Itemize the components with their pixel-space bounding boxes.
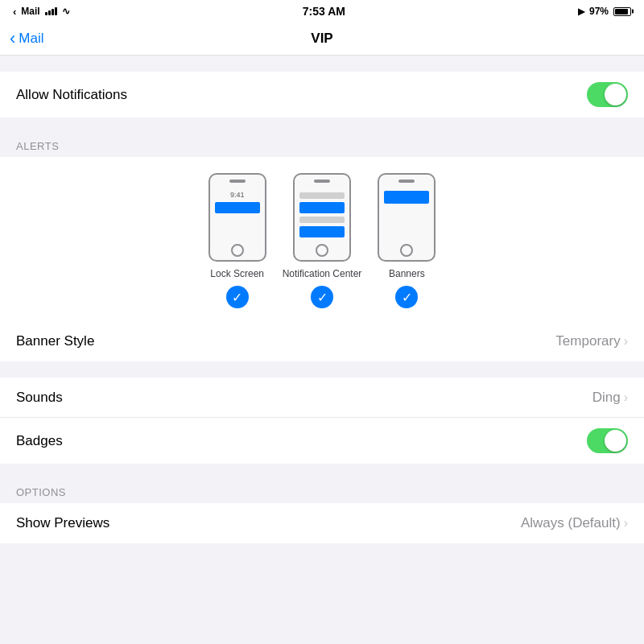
badges-row: Badges <box>0 418 644 464</box>
status-time: 7:53 AM <box>303 5 345 18</box>
wifi-icon: ∿ <box>62 6 70 17</box>
spacer-top <box>0 56 644 72</box>
carrier-label: Mail <box>21 6 39 17</box>
banner-style-row[interactable]: Banner Style Temporary › <box>0 321 644 361</box>
notification-center-label: Notification Center <box>283 268 362 279</box>
notif-line-2 <box>299 217 345 223</box>
lock-notification-bar <box>215 202 260 213</box>
status-right: ▶ 97% <box>578 6 631 17</box>
back-chevron-icon: ‹ <box>10 30 15 47</box>
badges-label: Badges <box>16 433 63 449</box>
chevron-icon: › <box>624 334 628 349</box>
show-previews-value: Always (Default) <box>521 515 621 531</box>
show-previews-label: Show Previews <box>16 515 109 531</box>
banners-illustration <box>378 173 436 262</box>
spacer-sounds-top <box>0 361 644 378</box>
banners-option[interactable]: Banners ✓ <box>378 173 436 308</box>
spacer-alerts-top <box>0 118 644 134</box>
banner-style-value: Temporary <box>555 333 620 349</box>
notif-center-content <box>295 186 349 244</box>
phone-speaker-3 <box>398 180 415 183</box>
notification-center-option[interactable]: Notification Center ✓ <box>283 173 362 308</box>
show-previews-chevron-icon: › <box>624 516 628 530</box>
back-button[interactable]: ‹ Mail <box>10 30 44 47</box>
options-section-header: OPTIONS <box>0 480 644 503</box>
phone-home-button-2 <box>316 244 328 257</box>
lock-screen-check: ✓ <box>226 286 249 308</box>
bottom-spacer <box>0 543 644 644</box>
notif-line-blue <box>299 202 345 213</box>
allow-notifications-label: Allow Notifications <box>16 87 127 103</box>
phone-home-button <box>231 244 244 257</box>
badges-toggle[interactable] <box>587 428 628 453</box>
lock-screen-option[interactable]: 9:41 Lock Screen ✓ <box>208 173 266 308</box>
page-title: VIP <box>311 31 332 47</box>
banners-label: Banners <box>389 268 425 279</box>
banner-style-label: Banner Style <box>16 333 94 349</box>
banners-check: ✓ <box>395 286 418 308</box>
phone-home-button-3 <box>400 244 413 257</box>
sounds-label: Sounds <box>16 390 63 406</box>
lock-screen-label: Lock Screen <box>210 268 264 279</box>
banner-style-value-group: Temporary › <box>555 333 628 349</box>
signal-bars <box>45 7 57 15</box>
alerts-section-header: ALERTS <box>0 134 644 157</box>
phone-speaker <box>229 180 246 183</box>
sounds-chevron-icon: › <box>624 390 628 405</box>
allow-notifications-toggle[interactable] <box>587 82 628 107</box>
back-label: Mail <box>19 31 43 47</box>
sounds-row[interactable]: Sounds Ding › <box>0 378 644 418</box>
sounds-value-group: Ding › <box>592 390 628 406</box>
notif-line-1 <box>299 192 345 199</box>
status-bar: ‹ Mail ∿ 7:53 AM ▶ 97% <box>0 0 644 23</box>
notification-center-illustration <box>293 173 351 262</box>
location-icon: ▶ <box>578 6 584 17</box>
show-previews-row[interactable]: Show Previews Always (Default) › <box>0 503 644 543</box>
lock-screen-content: 9:41 <box>210 186 265 244</box>
sounds-value: Ding <box>592 390 621 406</box>
battery-percent: 97% <box>589 6 609 17</box>
banner-bar <box>384 191 429 204</box>
alerts-section: 9:41 Lock Screen ✓ Notification Center ✓ <box>0 157 644 321</box>
show-previews-value-group: Always (Default) › <box>521 515 628 531</box>
battery-icon <box>613 7 631 16</box>
lock-screen-illustration: 9:41 <box>208 173 266 262</box>
status-left: ‹ Mail ∿ <box>13 6 70 18</box>
spacer-options-top <box>0 464 644 480</box>
lock-time: 9:41 <box>230 191 245 199</box>
banner-style-section: Banner Style Temporary › <box>0 321 644 361</box>
back-arrow-icon: ‹ <box>13 6 16 18</box>
phone-speaker-2 <box>314 180 330 183</box>
banners-content <box>379 186 434 244</box>
sounds-badges-section: Sounds Ding › Badges <box>0 378 644 464</box>
nav-bar: ‹ Mail VIP <box>0 23 644 56</box>
allow-notifications-section: Allow Notifications <box>0 72 644 118</box>
notification-center-check: ✓ <box>311 286 333 308</box>
badges-toggle-thumb <box>605 430 626 452</box>
options-section: Show Previews Always (Default) › <box>0 503 644 543</box>
allow-notifications-row: Allow Notifications <box>0 72 644 118</box>
toggle-thumb <box>605 84 626 105</box>
notif-line-blue2 <box>299 226 345 237</box>
